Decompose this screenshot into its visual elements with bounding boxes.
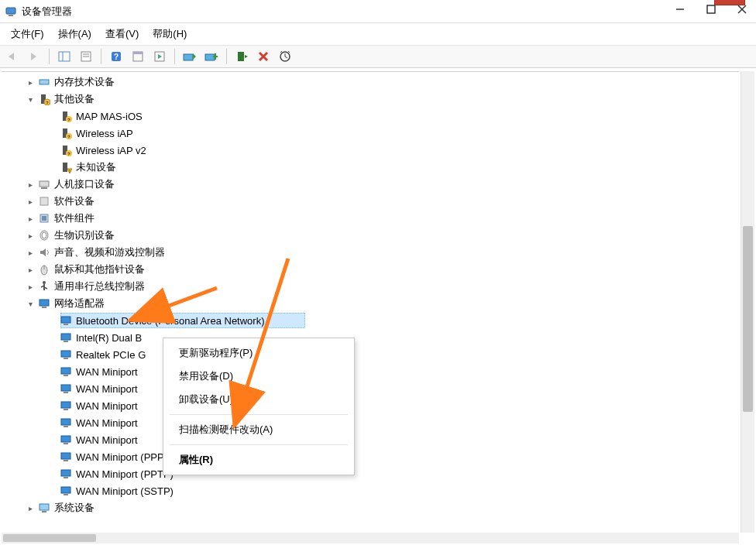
tree-item-software-components[interactable]: ▸ 软件组件 bbox=[2, 210, 739, 227]
minimize-button[interactable] bbox=[669, 2, 691, 17]
svg-rect-22 bbox=[40, 80, 49, 84]
tree-item-sound[interactable]: ▸ 声音、视频和游戏控制器 bbox=[2, 244, 739, 261]
tree-item-biometric[interactable]: ▸ 生物识别设备 bbox=[2, 227, 739, 244]
context-update-driver[interactable]: 更新驱动程序(P) bbox=[165, 341, 352, 365]
chevron-right-icon[interactable]: ▸ bbox=[25, 247, 36, 258]
svg-rect-35 bbox=[63, 163, 67, 172]
sound-icon bbox=[37, 245, 51, 259]
unknown-device-icon: ? bbox=[59, 109, 73, 123]
network-device-icon bbox=[59, 399, 73, 413]
svg-rect-71 bbox=[64, 494, 68, 495]
scan-hardware-button[interactable] bbox=[276, 47, 294, 66]
scrollbar-thumb[interactable] bbox=[3, 534, 96, 542]
vertical-scrollbar[interactable] bbox=[741, 71, 754, 533]
menu-help[interactable]: 帮助(H) bbox=[146, 25, 193, 43]
network-device-icon bbox=[59, 331, 73, 344]
context-scan-hardware[interactable]: 扫描检测硬件改动(A) bbox=[165, 418, 352, 441]
network-device-icon bbox=[59, 450, 73, 464]
network-device-icon bbox=[59, 433, 73, 447]
device-tree: ▸ 内存技术设备 ▾ ? 其他设备 ? MAP MAS-iOS ? Wirele… bbox=[2, 71, 739, 533]
view-button[interactable] bbox=[129, 47, 147, 66]
chevron-down-icon[interactable]: ▾ bbox=[25, 298, 36, 309]
tree-item-system-devices[interactable]: ▸ 系统设备 bbox=[2, 499, 739, 516]
tree-item-unknown-device[interactable]: ! 未知设备 bbox=[2, 159, 739, 176]
action-button[interactable] bbox=[150, 47, 169, 66]
svg-rect-37 bbox=[40, 181, 49, 187]
update-driver-button[interactable] bbox=[180, 47, 199, 66]
menu-separator bbox=[170, 414, 348, 415]
install-legacy-button[interactable] bbox=[232, 47, 251, 66]
svg-rect-18 bbox=[238, 52, 244, 61]
usb-icon bbox=[37, 279, 51, 293]
back-button[interactable] bbox=[3, 47, 22, 66]
svg-rect-72 bbox=[40, 504, 49, 510]
svg-rect-60 bbox=[61, 402, 70, 408]
svg-point-43 bbox=[42, 232, 46, 238]
svg-rect-68 bbox=[61, 470, 70, 476]
tree-item-bluetooth-pan[interactable]: Bluetooth Device (Personal Area Network) bbox=[2, 312, 739, 329]
tree-item-wan-3[interactable]: WAN Miniport bbox=[2, 397, 739, 414]
tree-item-wan-2[interactable]: WAN Miniport bbox=[2, 380, 739, 397]
window-title: 设备管理器 bbox=[22, 5, 72, 19]
chevron-right-icon[interactable]: ▸ bbox=[25, 502, 36, 513]
titlebar: 设备管理器 bbox=[0, 0, 756, 23]
tree-item-wireless-iap[interactable]: ? Wireless iAP bbox=[2, 125, 739, 142]
tree-item-hid[interactable]: ▸ 人机接口设备 bbox=[2, 176, 739, 193]
tree-item-other-devices[interactable]: ▾ ? 其他设备 bbox=[2, 91, 739, 108]
tree-item-memory-tech[interactable]: ▸ 内存技术设备 bbox=[2, 74, 739, 91]
svg-rect-56 bbox=[61, 368, 70, 374]
properties-button[interactable] bbox=[77, 47, 95, 66]
context-disable-device[interactable]: 禁用设备(D) bbox=[165, 365, 352, 388]
tree-item-wan-5[interactable]: WAN Miniport bbox=[2, 431, 739, 448]
tree-item-wan-sstp[interactable]: WAN Miniport (SSTP) bbox=[2, 482, 739, 499]
tree-item-wan-pptp[interactable]: WAN Miniport (PPTP) bbox=[2, 465, 739, 482]
context-properties[interactable]: 属性(R) bbox=[165, 448, 352, 471]
tree-item-wan-1[interactable]: WAN Miniport bbox=[2, 363, 739, 380]
svg-rect-69 bbox=[64, 477, 68, 478]
chevron-right-icon[interactable]: ▸ bbox=[25, 281, 36, 292]
svg-rect-62 bbox=[61, 419, 70, 425]
svg-rect-6 bbox=[59, 52, 70, 61]
horizontal-scrollbar[interactable] bbox=[2, 533, 739, 543]
scrollbar-thumb[interactable] bbox=[743, 226, 753, 412]
chevron-right-icon[interactable]: ▸ bbox=[25, 179, 36, 190]
svg-rect-54 bbox=[61, 351, 70, 357]
show-hide-tree-button[interactable] bbox=[55, 47, 74, 66]
tree-item-network-adapters[interactable]: ▾ 网络适配器 bbox=[2, 295, 739, 312]
chevron-right-icon[interactable]: ▸ bbox=[25, 77, 36, 87]
chevron-right-icon[interactable]: ▸ bbox=[25, 196, 36, 207]
menu-action[interactable]: 操作(A) bbox=[52, 25, 98, 43]
tree-item-map-mas-ios[interactable]: ? MAP MAS-iOS bbox=[2, 108, 739, 125]
menu-file[interactable]: 文件(F) bbox=[5, 25, 50, 43]
unknown-device-warning-icon: ! bbox=[59, 160, 73, 174]
biometric-icon bbox=[37, 228, 51, 242]
chevron-right-icon[interactable]: ▸ bbox=[25, 213, 36, 224]
svg-rect-48 bbox=[40, 300, 49, 306]
tree-item-wireless-iap-v2[interactable]: ? Wireless iAP v2 bbox=[2, 142, 739, 159]
svg-rect-65 bbox=[64, 443, 68, 444]
context-uninstall-device[interactable]: 卸载设备(U) bbox=[165, 388, 352, 411]
tree-item-wan-pppoe[interactable]: WAN Miniport (PPPOE) bbox=[2, 448, 739, 465]
disable-button[interactable] bbox=[202, 47, 221, 66]
network-device-icon bbox=[59, 365, 73, 379]
tree-item-wan-4[interactable]: WAN Miniport bbox=[2, 414, 739, 431]
maximize-button[interactable] bbox=[700, 2, 722, 17]
chevron-down-icon[interactable]: ▾ bbox=[25, 94, 36, 105]
tree-item-intel-dual[interactable]: Intel(R) Dual B bbox=[2, 329, 739, 346]
close-button[interactable] bbox=[731, 2, 753, 17]
tree-item-realtek-pcie[interactable]: Realtek PCIe G bbox=[2, 346, 739, 363]
svg-rect-59 bbox=[64, 392, 68, 393]
svg-rect-70 bbox=[61, 487, 70, 493]
forward-button[interactable] bbox=[25, 47, 43, 66]
uninstall-button[interactable] bbox=[254, 47, 273, 66]
chevron-right-icon[interactable]: ▸ bbox=[25, 230, 36, 241]
chevron-right-icon[interactable]: ▸ bbox=[25, 264, 36, 275]
svg-rect-64 bbox=[61, 436, 70, 442]
svg-rect-55 bbox=[64, 358, 68, 359]
tree-item-software-devices[interactable]: ▸ 软件设备 bbox=[2, 193, 739, 210]
svg-rect-41 bbox=[42, 216, 46, 221]
tree-item-mouse[interactable]: ▸ 鼠标和其他指针设备 bbox=[2, 261, 739, 278]
help-button[interactable]: ? bbox=[107, 47, 125, 66]
tree-item-usb[interactable]: ▸ 通用串行总线控制器 bbox=[2, 278, 739, 295]
menu-view[interactable]: 查看(V) bbox=[99, 25, 145, 43]
